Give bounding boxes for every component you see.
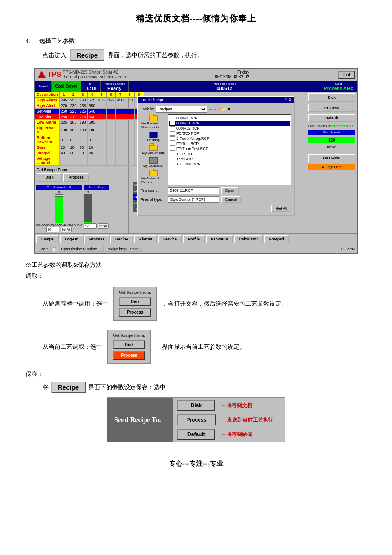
- alarms-button[interactable]: Alarms: [134, 235, 158, 243]
- calculator-button[interactable]: Calculator: [234, 235, 263, 243]
- inline-process-button2[interactable]: Process: [113, 351, 145, 360]
- process-nav-button[interactable]: Process: [84, 235, 110, 243]
- belt-speed-value: 120: [308, 137, 355, 143]
- inline-process-button[interactable]: Process: [119, 308, 151, 317]
- table-row: Low Alarm 225185190505: [35, 120, 144, 125]
- process-right-button[interactable]: Process: [308, 104, 355, 112]
- dialog-title-text: Load Recipe: [141, 98, 164, 102]
- recipe-nav-button[interactable]: Recipe: [110, 235, 133, 243]
- table-row: High Alarm 295255260575 455455450610773: [35, 98, 144, 103]
- get-all-button[interactable]: Get All: [271, 205, 291, 212]
- get-disk-button[interactable]: Disk: [37, 173, 62, 182]
- profile-button[interactable]: Profile: [183, 235, 205, 243]
- tps-logo-text: TPS: [48, 71, 61, 78]
- disk-right-button[interactable]: Disk: [308, 93, 355, 102]
- section-title: ※工艺参数的调取&保存方法: [26, 261, 366, 269]
- tps-time: 06/13/08 08:32:02: [215, 75, 249, 79]
- look-in-select[interactable]: Recipes: [156, 106, 207, 113]
- tps-triangle-icon: [37, 71, 46, 78]
- send-disk-button[interactable]: Disk: [177, 400, 215, 411]
- filename-input[interactable]: [168, 187, 219, 194]
- gas-flow-button[interactable]: Gas Flow: [308, 154, 355, 162]
- bottom-power-input[interactable]: [84, 223, 97, 229]
- list-item[interactable]: 0806-2.RCP: [169, 116, 290, 121]
- service-button[interactable]: Service: [158, 235, 182, 243]
- file-name: FD Test.RCP: [176, 142, 199, 146]
- send-default-button[interactable]: Default: [177, 429, 215, 440]
- filetype-input[interactable]: [168, 196, 219, 203]
- tps-logo: TPS TPS-MD-225 Chaori Solar #2 thermal.p…: [37, 70, 126, 79]
- bar-group2: %: [84, 191, 92, 223]
- tps-status-bar: Select Cool Down ▶ 16:18 Process State R…: [35, 81, 357, 92]
- notepad-button[interactable]: Notepad: [264, 235, 289, 243]
- get-recipe-from-disk-widget: Get Recipe From: Disk Process: [113, 287, 157, 321]
- sidebar-desktop[interactable]: Desktop: [141, 131, 166, 143]
- file-name: Test.RCP: [176, 157, 193, 161]
- table-row: Top Power % 100100100100: [35, 125, 144, 135]
- sidebar-my-documents[interactable]: My Documents: [141, 144, 166, 156]
- open-button[interactable]: Open: [221, 187, 239, 194]
- recipe-button[interactable]: Recipe: [70, 49, 104, 61]
- dialog-close-buttons[interactable]: ? X: [285, 98, 291, 102]
- top-power-input[interactable]: [46, 227, 59, 232]
- set-all-bottom-button[interactable]: Set All: [98, 223, 109, 229]
- footer: 专心---专注---专业: [26, 460, 366, 468]
- bottom-power-section: Botto Pow % Set All: [84, 185, 109, 232]
- bar-group1: % 100-90-80-70-60-50-40-30-20-10-0: [36, 191, 82, 227]
- get-process-button[interactable]: Process: [63, 173, 89, 182]
- recipe-value: 080612: [216, 86, 232, 91]
- default-right-button[interactable]: Default: [308, 114, 355, 122]
- set-all-top-button[interactable]: Set All: [61, 227, 72, 232]
- io-status-button[interactable]: IO Status: [206, 235, 233, 243]
- file-icon: [170, 157, 175, 161]
- retrieve-process-section: 从当前工艺调取：选中 Get Recipe From: Disk Process…: [26, 327, 366, 366]
- user-cell: User Process Alex: [320, 81, 357, 92]
- arrow-icon: ▶: [89, 82, 92, 86]
- retrieve-mid1: ，会打开文档，然后选择需要的工艺参数设定。: [162, 300, 287, 308]
- inline-disk-button2[interactable]: Disk: [113, 340, 145, 349]
- tps-datetime: Friday 06/13/08 08:32:02: [215, 70, 249, 79]
- log-on-button[interactable]: Log-On: [60, 235, 84, 243]
- list-item[interactable]: FD Tune Test.RCP: [169, 146, 290, 151]
- sidebar-recent-docs[interactable]: My Recent Documents: [141, 114, 166, 130]
- list-item[interactable]: 0806-11.RCP: [169, 121, 290, 126]
- start-button[interactable]: Start: [37, 246, 51, 252]
- cool-down-value: Cool Down: [55, 84, 77, 89]
- sidebar-my-computer[interactable]: My Computer: [141, 156, 166, 168]
- instruction-text2: 界面，选中所需的工艺参数，执行。: [108, 52, 203, 59]
- col-6: 6: [106, 92, 115, 98]
- list-item[interactable]: FERRO.RCP: [169, 131, 290, 136]
- list-item[interactable]: Test.RCP: [169, 156, 290, 162]
- opto-display-button[interactable]: OptoDisplay Runtime...: [58, 246, 104, 252]
- time-cell: ▶ 16:18: [81, 81, 100, 92]
- file-name: 0806-2.RCP: [176, 116, 198, 120]
- retrieve-text2: 从当前工艺调取：选中: [43, 343, 102, 351]
- col-2: 2: [69, 92, 78, 98]
- sidebar-network[interactable]: My Network Places: [141, 169, 166, 185]
- tps-screen: TPS TPS-MD-225 Chaori Solar #2 thermal.p…: [34, 68, 358, 254]
- lamps-button[interactable]: Lamps: [36, 235, 59, 243]
- recipe-paint-button[interactable]: recipe.bmp - Paint: [105, 246, 142, 252]
- retrieve-disk-section: 从硬盘存档中调用：选中 Get Recipe From: Disk Proces…: [26, 284, 366, 323]
- list-item[interactable]: TSE 260.RCP: [169, 162, 290, 167]
- cancel-button[interactable]: Cancel: [221, 196, 241, 203]
- file-icon: [170, 162, 175, 166]
- save-mid: 界面下的参数设定保存：选中: [88, 384, 166, 391]
- inline-disk-button[interactable]: Disk: [119, 297, 151, 306]
- footer-title: 专心---专注---专业: [26, 460, 366, 468]
- list-item[interactable]: FD Test.RCP: [169, 141, 290, 146]
- step-number: 4.: [26, 38, 30, 44]
- list-item[interactable]: 0806-12.RCP: [169, 126, 290, 131]
- dialog-title-bar: Load Recipe ? X: [138, 97, 294, 103]
- file-name: J-Ferro-Alt-eg.RCP: [176, 136, 209, 141]
- get-recipe-section: Get Recipe From: Disk Process: [35, 166, 128, 184]
- my-documents-label: My Documents: [142, 151, 164, 155]
- send-process-button[interactable]: Process: [177, 414, 216, 425]
- save-text: 将: [43, 384, 49, 391]
- dialog-lookin-row: Look in: Recipes ← → ↑ 📁 ✖: [141, 106, 291, 113]
- exit-button[interactable]: Exit: [338, 71, 355, 79]
- list-item[interactable]: Test3.rcp: [169, 151, 290, 156]
- recipe-save-button[interactable]: Recipe: [51, 382, 86, 393]
- title-divider: [26, 29, 366, 29]
- list-item[interactable]: J-Ferro-Alt-eg.RCP: [169, 136, 290, 141]
